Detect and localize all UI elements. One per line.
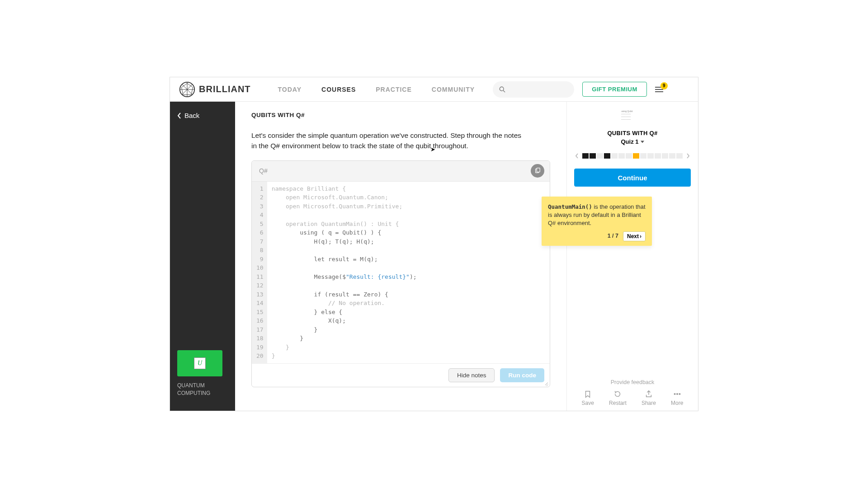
callout-code: QuantumMain() (548, 203, 592, 210)
progress-segment[interactable] (590, 153, 596, 159)
progress-segment[interactable] (640, 153, 646, 159)
progress-segment[interactable] (626, 153, 632, 159)
progress-next-button[interactable] (686, 153, 690, 159)
chevron-down-icon (641, 141, 644, 143)
share-icon (645, 390, 653, 398)
quiz-title: QUBITS WITH Q# (574, 130, 691, 136)
lesson-title: QUBITS WITH Q# (251, 112, 550, 118)
course-thumbnail[interactable]: U (177, 350, 222, 376)
svg-point-11 (674, 394, 675, 395)
bookmark-icon (584, 390, 592, 398)
svg-point-12 (676, 394, 678, 395)
gift-premium-button[interactable]: GIFT PREMIUM (582, 82, 647, 97)
course-thumb-letter: U (194, 357, 206, 369)
course-name: QUANTUM COMPUTING (177, 382, 228, 397)
continue-button[interactable]: Continue (574, 169, 691, 187)
nav-community[interactable]: COMMUNITY (432, 86, 475, 93)
code-source[interactable]: namespace Brilliant { open Microsoft.Qua… (267, 182, 550, 363)
menu-button[interactable]: 9 (655, 87, 663, 92)
svg-line-7 (503, 90, 505, 92)
progress-segment[interactable] (604, 153, 610, 159)
search-icon (499, 86, 505, 93)
sidebar: Back U QUANTUM COMPUTING (170, 102, 235, 411)
lesson-mini-preview: using Qubit────────────────── (621, 110, 644, 125)
progress-segment[interactable] (655, 153, 661, 159)
svg-point-6 (500, 87, 504, 91)
provide-feedback-link[interactable]: Provide feedback (574, 379, 691, 385)
progress-bar (582, 153, 683, 159)
svg-rect-9 (537, 168, 540, 172)
copy-code-button[interactable] (531, 164, 544, 178)
back-button[interactable]: Back (170, 108, 235, 123)
resize-handle-icon[interactable] (544, 381, 548, 385)
restart-button[interactable]: Restart (609, 390, 627, 406)
progress-segment[interactable] (662, 153, 668, 159)
progress-segment[interactable] (611, 153, 618, 159)
chevron-right-icon: › (640, 233, 642, 239)
share-button[interactable]: Share (642, 390, 656, 406)
hide-notes-button[interactable]: Hide notes (448, 368, 495, 382)
topbar: BRILLIANT TODAY COURSES PRACTICE COMMUNI… (170, 77, 698, 102)
progress-segment[interactable] (676, 153, 683, 159)
progress-segment[interactable] (597, 153, 603, 159)
lesson-main: QUBITS WITH Q# Let's consider the simple… (235, 102, 567, 411)
main-nav: TODAY COURSES PRACTICE COMMUNITY (278, 86, 475, 93)
nav-courses[interactable]: COURSES (321, 86, 356, 93)
nav-practice[interactable]: PRACTICE (376, 86, 412, 93)
progress-segment[interactable] (618, 153, 625, 159)
line-gutter: 1234567891011121314151617181920 (252, 182, 267, 363)
restart-icon (613, 390, 622, 398)
svg-point-13 (679, 394, 680, 395)
code-editor: Q# 1234567891011121314151617181920 names… (251, 160, 550, 387)
callout-page: 1 / 7 (608, 232, 618, 240)
code-language-label: Q# (259, 167, 268, 174)
quiz-selector[interactable]: Quiz 1 (574, 138, 691, 145)
back-label: Back (184, 112, 199, 119)
notification-badge: 9 (660, 82, 668, 89)
search-input[interactable] (493, 81, 574, 98)
brilliant-logo-icon (179, 81, 195, 98)
lesson-description: Let's consider the simple quantum operat… (251, 130, 523, 151)
callout-next-button[interactable]: Next › (623, 231, 646, 241)
progress-segment[interactable] (633, 153, 639, 159)
nav-today[interactable]: TODAY (278, 86, 302, 93)
more-button[interactable]: More (671, 390, 683, 406)
progress-segment[interactable] (669, 153, 675, 159)
progress-prev-button[interactable] (575, 153, 579, 159)
brand-text: BRILLIANT (199, 84, 251, 94)
lesson-sidebar: using Qubit────────────────── QUBITS WIT… (567, 102, 698, 411)
run-code-button[interactable]: Run code (500, 368, 544, 382)
logo[interactable]: BRILLIANT (179, 81, 251, 98)
app-window: BRILLIANT TODAY COURSES PRACTICE COMMUNI… (170, 77, 698, 411)
chevron-left-icon (177, 113, 182, 119)
more-icon (673, 390, 681, 398)
quiz-selector-label: Quiz 1 (621, 138, 638, 145)
save-button[interactable]: Save (582, 390, 594, 406)
progress-segment[interactable] (647, 153, 654, 159)
svg-marker-10 (641, 141, 644, 143)
copy-icon (534, 168, 541, 174)
progress-segment[interactable] (582, 153, 589, 159)
note-callout: QuantumMain() is the operation that is a… (542, 197, 652, 246)
